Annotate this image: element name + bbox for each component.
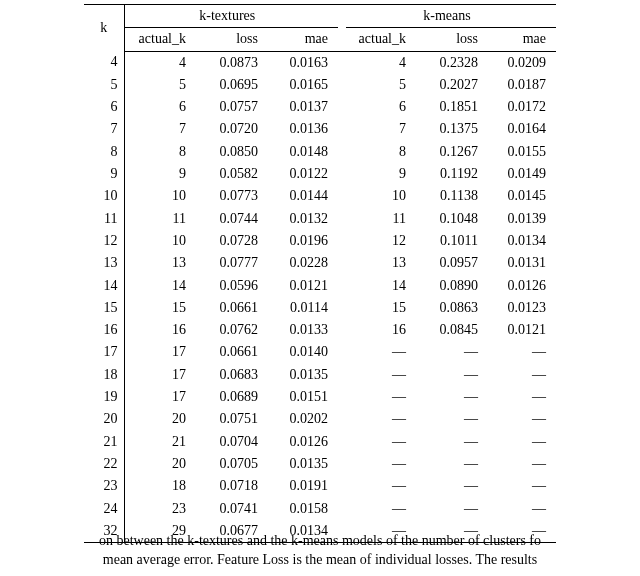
cell-kmeans-mae: — (488, 341, 556, 363)
cell-kmeans-actualk: 13 (346, 252, 416, 274)
cell-ktex-mae: 0.0132 (268, 208, 338, 230)
cell-ktex-mae: 0.0140 (268, 341, 338, 363)
cell-ktex-actualk: 10 (124, 185, 196, 207)
cell-kmeans-actualk: 11 (346, 208, 416, 230)
cell-kmeans-actualk: — (346, 386, 416, 408)
cell-kmeans-mae: 0.0131 (488, 252, 556, 274)
cell-ktex-actualk: 6 (124, 96, 196, 118)
caption-line: on between the k-textures and the k-mean… (0, 532, 640, 551)
cell-kmeans-actualk: — (346, 498, 416, 520)
cell-gap (338, 364, 346, 386)
cell-k: 24 (84, 498, 124, 520)
cell-ktex-mae: 0.0133 (268, 319, 338, 341)
cell-ktex-loss: 0.0596 (196, 275, 268, 297)
cell-gap (338, 319, 346, 341)
cell-k: 15 (84, 297, 124, 319)
cell-ktex-mae: 0.0191 (268, 475, 338, 497)
col-kmeans-actualk: actual_k (346, 28, 416, 51)
cell-kmeans-loss: — (416, 498, 488, 520)
cell-ktex-loss: 0.0661 (196, 297, 268, 319)
cell-kmeans-actualk: 15 (346, 297, 416, 319)
cell-gap (338, 163, 346, 185)
cell-ktex-loss: 0.0582 (196, 163, 268, 185)
cell-ktex-mae: 0.0158 (268, 498, 338, 520)
col-group-ktextures: k-textures (124, 5, 338, 28)
cell-kmeans-loss: 0.1048 (416, 208, 488, 230)
cell-ktex-loss: 0.0850 (196, 141, 268, 163)
table-row: 440.08730.016340.23280.0209 (84, 51, 556, 74)
cell-ktex-mae: 0.0144 (268, 185, 338, 207)
cell-kmeans-mae: — (488, 475, 556, 497)
cell-kmeans-loss: 0.1138 (416, 185, 488, 207)
cell-ktex-actualk: 16 (124, 319, 196, 341)
cell-k: 10 (84, 185, 124, 207)
cell-kmeans-mae: 0.0134 (488, 230, 556, 252)
cell-gap (338, 341, 346, 363)
cell-k: 18 (84, 364, 124, 386)
cell-kmeans-actualk: 4 (346, 51, 416, 74)
cell-gap (338, 297, 346, 319)
cell-k: 21 (84, 431, 124, 453)
table-row: 21210.07040.0126——— (84, 431, 556, 453)
cell-kmeans-loss: 0.1192 (416, 163, 488, 185)
cell-kmeans-actualk: 12 (346, 230, 416, 252)
cell-ktex-mae: 0.0136 (268, 118, 338, 140)
cell-kmeans-loss: — (416, 431, 488, 453)
cell-gap (338, 51, 346, 74)
cell-kmeans-mae: — (488, 364, 556, 386)
col-k: k (84, 5, 124, 52)
cell-ktex-loss: 0.0683 (196, 364, 268, 386)
cell-ktex-loss: 0.0744 (196, 208, 268, 230)
table-body: 440.08730.016340.23280.0209550.06950.016… (84, 51, 556, 543)
cell-ktex-actualk: 7 (124, 118, 196, 140)
cell-kmeans-mae: 0.0149 (488, 163, 556, 185)
cell-gap (338, 475, 346, 497)
cell-ktex-actualk: 8 (124, 141, 196, 163)
col-kmeans-mae: mae (488, 28, 556, 51)
cell-kmeans-mae: 0.0172 (488, 96, 556, 118)
cell-k: 20 (84, 408, 124, 430)
cell-ktex-mae: 0.0163 (268, 51, 338, 74)
cell-ktex-mae: 0.0196 (268, 230, 338, 252)
cell-k: 11 (84, 208, 124, 230)
cell-kmeans-mae: 0.0123 (488, 297, 556, 319)
cell-ktex-actualk: 13 (124, 252, 196, 274)
cell-kmeans-actualk: — (346, 431, 416, 453)
cell-ktex-loss: 0.0741 (196, 498, 268, 520)
cell-kmeans-actualk: 8 (346, 141, 416, 163)
cell-gap (338, 498, 346, 520)
cell-ktex-mae: 0.0148 (268, 141, 338, 163)
table-row: 990.05820.012290.11920.0149 (84, 163, 556, 185)
cell-kmeans-loss: — (416, 386, 488, 408)
cell-k: 16 (84, 319, 124, 341)
cell-gap (338, 275, 346, 297)
cell-ktex-mae: 0.0126 (268, 431, 338, 453)
cell-ktex-mae: 0.0114 (268, 297, 338, 319)
cell-k: 7 (84, 118, 124, 140)
cell-ktex-loss: 0.0773 (196, 185, 268, 207)
cell-gap (338, 230, 346, 252)
cell-ktex-loss: 0.0689 (196, 386, 268, 408)
col-group-kmeans: k-means (346, 5, 556, 28)
cell-ktex-loss: 0.0720 (196, 118, 268, 140)
cell-gap (338, 431, 346, 453)
cell-kmeans-actualk: — (346, 408, 416, 430)
cell-kmeans-mae: 0.0187 (488, 74, 556, 96)
cell-kmeans-actualk: 5 (346, 74, 416, 96)
cell-kmeans-mae: 0.0121 (488, 319, 556, 341)
cell-ktex-loss: 0.0762 (196, 319, 268, 341)
cell-kmeans-loss: 0.0863 (416, 297, 488, 319)
cell-kmeans-mae: 0.0155 (488, 141, 556, 163)
cell-kmeans-actualk: 16 (346, 319, 416, 341)
cell-ktex-mae: 0.0137 (268, 96, 338, 118)
cell-kmeans-mae: 0.0126 (488, 275, 556, 297)
cell-kmeans-mae: — (488, 453, 556, 475)
table-row: 20200.07510.0202——— (84, 408, 556, 430)
cell-ktex-mae: 0.0122 (268, 163, 338, 185)
cell-kmeans-loss: 0.2027 (416, 74, 488, 96)
cell-kmeans-actualk: 14 (346, 275, 416, 297)
cell-k: 8 (84, 141, 124, 163)
cell-ktex-mae: 0.0135 (268, 364, 338, 386)
cell-kmeans-mae: — (488, 408, 556, 430)
table-header-row-1: k k-textures k-means (84, 5, 556, 28)
